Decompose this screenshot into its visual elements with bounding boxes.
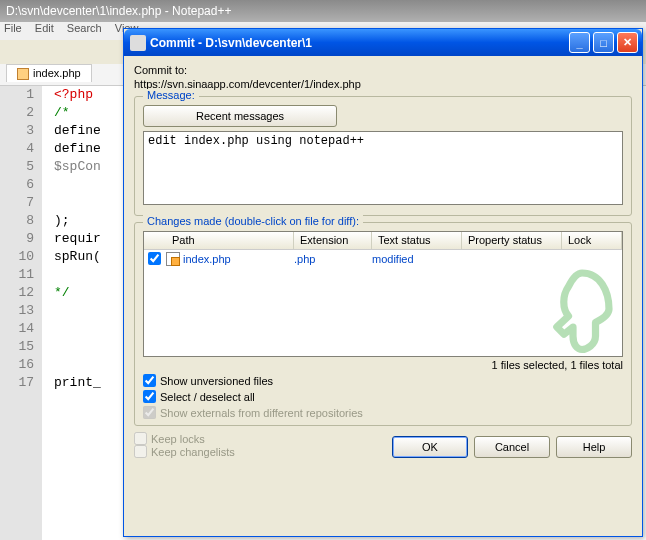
menu-file[interactable]: File bbox=[4, 22, 22, 34]
minimize-button[interactable]: _ bbox=[569, 32, 590, 53]
file-list-header: Path Extension Text status Property stat… bbox=[144, 232, 622, 250]
npp-title: D:\svn\devcenter\1\index.php - Notepad++ bbox=[0, 0, 646, 22]
close-button[interactable]: ✕ bbox=[617, 32, 638, 53]
message-group: Message: Recent messages bbox=[134, 96, 632, 216]
message-group-label: Message: bbox=[143, 89, 199, 101]
tortoise-watermark-icon bbox=[546, 264, 618, 354]
changes-group: Changes made (double-click on file for d… bbox=[134, 222, 632, 426]
commit-to-label: Commit to: bbox=[134, 64, 632, 76]
tab-indexphp[interactable]: index.php bbox=[6, 64, 92, 82]
help-button[interactable]: Help bbox=[556, 436, 632, 458]
show-externals-checkbox: Show externals from different repositori… bbox=[143, 406, 623, 419]
col-lock[interactable]: Lock bbox=[562, 232, 622, 249]
keep-changelists-checkbox: Keep changelists bbox=[134, 445, 235, 458]
dialog-titlebar[interactable]: Commit - D:\svn\devcenter\1 _ □ ✕ bbox=[124, 29, 642, 56]
file-text-status: modified bbox=[372, 253, 462, 265]
keep-locks-checkbox: Keep locks bbox=[134, 432, 235, 445]
col-extension[interactable]: Extension bbox=[294, 232, 372, 249]
dialog-title-text: Commit - D:\svn\devcenter\1 bbox=[150, 36, 569, 50]
file-name: index.php bbox=[183, 253, 231, 265]
changes-group-label: Changes made (double-click on file for d… bbox=[143, 215, 363, 227]
col-text-status[interactable]: Text status bbox=[372, 232, 462, 249]
selection-status: 1 files selected, 1 files total bbox=[143, 359, 623, 371]
menu-search[interactable]: Search bbox=[67, 22, 102, 34]
file-checkbox[interactable] bbox=[148, 252, 161, 265]
modified-file-icon bbox=[166, 252, 180, 266]
cancel-button[interactable]: Cancel bbox=[474, 436, 550, 458]
file-ext: .php bbox=[294, 253, 372, 265]
recent-messages-button[interactable]: Recent messages bbox=[143, 105, 337, 127]
maximize-button[interactable]: □ bbox=[593, 32, 614, 53]
col-property-status[interactable]: Property status bbox=[462, 232, 562, 249]
ok-button[interactable]: OK bbox=[392, 436, 468, 458]
commit-dialog: Commit - D:\svn\devcenter\1 _ □ ✕ Commit… bbox=[123, 28, 643, 537]
select-all-checkbox[interactable]: Select / deselect all bbox=[143, 390, 623, 403]
dialog-icon bbox=[130, 35, 146, 51]
show-unversioned-checkbox[interactable]: Show unversioned files bbox=[143, 374, 623, 387]
commit-message-textarea[interactable] bbox=[143, 131, 623, 205]
menu-edit[interactable]: Edit bbox=[35, 22, 54, 34]
col-path[interactable]: Path bbox=[166, 232, 294, 249]
commit-url: https://svn.sinaapp.com/devcenter/1/inde… bbox=[134, 78, 632, 90]
file-list[interactable]: Path Extension Text status Property stat… bbox=[143, 231, 623, 357]
